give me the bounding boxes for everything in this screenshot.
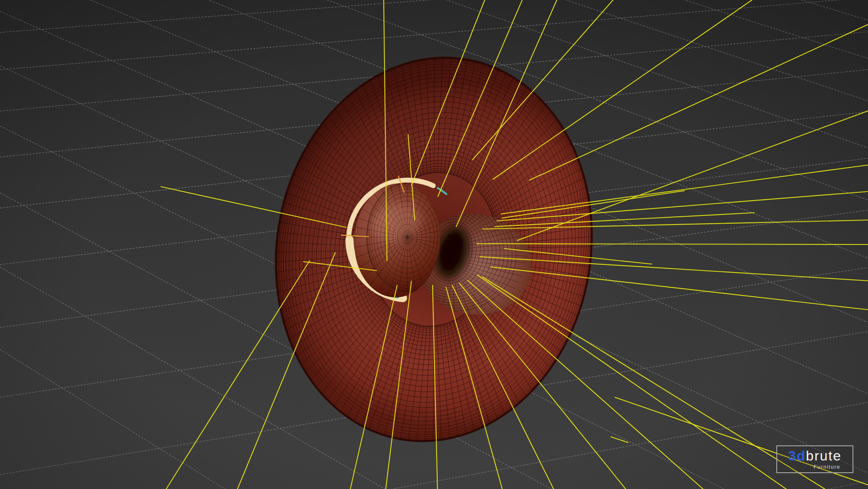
viewport-3d-stage: 3dbrute Furniture [0,0,868,489]
watermark-brand-prefix: 3d [788,448,806,463]
viewport-3d[interactable] [0,0,868,489]
watermark-logo[interactable]: 3dbrute Furniture [776,445,853,473]
watermark-brand-suffix: brute [806,448,842,463]
watermark-subtitle: Furniture [813,464,840,470]
watermark-brand: 3dbrute [788,449,842,463]
